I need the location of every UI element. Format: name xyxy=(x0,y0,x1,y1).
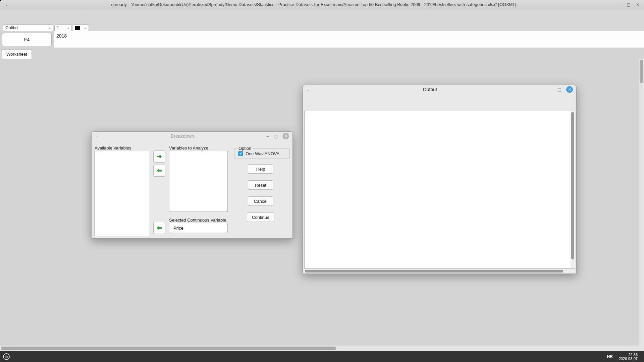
variables-to-analyze-label: Variables to Analyze xyxy=(169,145,208,150)
output-text xyxy=(305,111,575,112)
taskbar-clock[interactable]: 22:36 2026-03-07 xyxy=(619,353,638,361)
option-group: Option ✔ One Wav ANOVA xyxy=(234,148,290,159)
reset-button[interactable]: Reset xyxy=(248,180,273,190)
selected-continuous-variable-field[interactable]: Price xyxy=(169,223,228,233)
output-maximize-icon[interactable]: ▢ xyxy=(557,87,561,92)
available-variables-list[interactable] xyxy=(94,151,150,236)
close-icon[interactable]: ✕ xyxy=(636,2,639,7)
dialog-close-icon[interactable]: ✕ xyxy=(282,133,289,139)
help-button[interactable]: Help xyxy=(248,164,273,174)
breakdown-dialog: ⌄ Breakdown – ▢ ✕ Available Variables ➜ … xyxy=(91,131,293,239)
one-way-anova-checkbox[interactable]: ✔ xyxy=(238,151,243,156)
window-titlebar[interactable]: ⌄ spready - "/home/zlatko/Dokumenti/(Un)… xyxy=(0,0,644,9)
dialog-maximize-icon[interactable]: ▢ xyxy=(274,134,278,139)
toolbar-main xyxy=(0,17,644,24)
window-unfold-icon[interactable]: ⌄ xyxy=(5,2,8,7)
mint-logo-icon: lm xyxy=(3,353,10,360)
breakdown-dialog-title: Breakdown xyxy=(98,133,266,139)
output-text-area[interactable] xyxy=(304,111,575,268)
output-window: ⌄ Output – ▢ ✕ xyxy=(303,85,577,274)
system-tray: HR 22:36 2026-03-07 xyxy=(604,353,644,361)
maximize-icon[interactable]: ▢ xyxy=(627,2,631,7)
font-family-value: Calibri xyxy=(5,25,18,30)
cell-reference-box[interactable]: F4 xyxy=(2,33,52,46)
output-unfold-icon[interactable]: ⌄ xyxy=(306,87,310,92)
clock-date: 2026-03-07 xyxy=(619,357,638,361)
clock-time: 22:36 xyxy=(619,353,638,357)
toolbar-format: Calibri ⌄ 1 ⌄ ⌄ xyxy=(0,24,644,32)
formula-bar: F4 2018 xyxy=(0,31,644,48)
taskbar: lm HR 22:36 2026-03-07 xyxy=(0,351,644,362)
spready-application: ⌄ spready - "/home/zlatko/Dokumenti/(Un)… xyxy=(0,0,644,362)
minimize-icon[interactable]: – xyxy=(619,2,622,7)
output-horizontal-scrollbar[interactable] xyxy=(304,269,575,273)
dialog-minimize-icon[interactable]: – xyxy=(266,134,269,139)
font-size-value: 1 xyxy=(57,25,59,30)
one-way-anova-label: One Wav ANOVA xyxy=(246,151,279,156)
chevron-down-icon: ⌄ xyxy=(84,26,87,29)
output-window-titlebar[interactable]: ⌄ Output – ▢ ✕ xyxy=(303,85,576,94)
horizontal-scrollbar[interactable] xyxy=(0,346,644,351)
chevron-down-icon: ⌄ xyxy=(67,26,69,29)
cancel-button[interactable]: Cancel xyxy=(248,196,273,206)
menubar xyxy=(0,9,644,17)
formula-input[interactable]: 2018 xyxy=(54,31,644,48)
breakdown-dialog-titlebar[interactable]: ⌄ Breakdown – ▢ ✕ xyxy=(92,132,292,140)
output-close-icon[interactable]: ✕ xyxy=(566,86,573,93)
output-vertical-scrollbar[interactable] xyxy=(571,111,575,268)
font-size-select[interactable]: 1 ⌄ xyxy=(54,24,72,31)
text-color-select[interactable]: ⌄ xyxy=(73,24,89,31)
chevron-down-icon: ⌄ xyxy=(48,26,51,29)
output-minimize-icon[interactable]: – xyxy=(550,87,552,92)
color-swatch xyxy=(75,26,80,30)
move-left-button[interactable]: ⬅ xyxy=(153,165,165,177)
continue-button[interactable]: Continue xyxy=(247,213,274,222)
output-window-title: Output xyxy=(310,87,550,92)
vertical-scrollbar[interactable] xyxy=(639,59,644,346)
selected-continuous-variable-label: Selected Continuous Variable xyxy=(169,218,226,223)
variables-to-analyze-list[interactable] xyxy=(169,151,228,212)
sheet-tab-row: Worksheet xyxy=(0,48,644,59)
window-title: spready - "/home/zlatko/Dokumenti/(Un)Pe… xyxy=(8,2,619,7)
available-variables-label: Available Variables xyxy=(95,145,131,150)
dialog-unfold-icon[interactable]: ⌄ xyxy=(95,134,98,138)
tab-worksheet[interactable]: Worksheet xyxy=(2,49,32,59)
option-group-legend: Option xyxy=(237,146,253,151)
mint-menu-button[interactable]: lm xyxy=(0,351,13,362)
keyboard-layout-indicator[interactable]: HR xyxy=(607,354,612,359)
font-family-select[interactable]: Calibri ⌄ xyxy=(3,24,53,31)
move-right-button[interactable]: ➜ xyxy=(153,150,165,163)
remove-continuous-button[interactable]: ⬅ xyxy=(153,222,165,234)
